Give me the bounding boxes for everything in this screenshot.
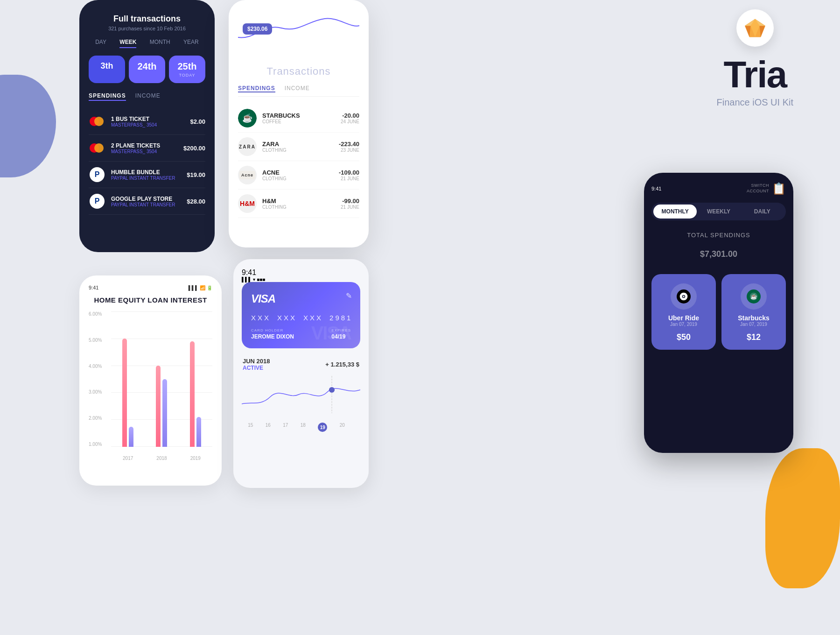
signal-icon: ▌▌▌ — [189, 285, 198, 290]
transaction-item: H&M H&M CLOTHING -99.00 21 JUNE — [238, 190, 359, 218]
period-tabs: MONTHLY WEEKLY DAILY — [651, 203, 786, 220]
transaction-item: P GOOGLE PLAY STORE PAYPAL INSTANT TRANS… — [89, 188, 205, 215]
transaction-name: GOOGLE PLAY STORE — [111, 196, 187, 202]
x-axis-labels: 15 16 17 18 19 20 — [242, 423, 351, 432]
home-equity-card: 9:41 ▌▌▌ 📶 🔋 HOME EQUITY LOAN INTEREST 6… — [79, 275, 222, 486]
dark-status-bar: 9:41 SWITCHACCOUNT 📋 — [651, 182, 786, 195]
transaction-name: ACNE — [262, 169, 339, 176]
battery-icon: 🔋 — [207, 285, 212, 290]
full-transactions-card: Full transactions 321 purchases since 10… — [79, 0, 215, 252]
uber-icon-container — [671, 283, 697, 310]
tab-weekly[interactable]: WEEKLY — [697, 205, 740, 219]
transaction-date: 24 JUNE — [341, 119, 359, 124]
transaction-item: 1 BUS TICKET MASTERPASS_ 3504 $2.00 — [89, 108, 205, 135]
transaction-info: ZARA CLOTHING — [262, 141, 339, 153]
tab-week[interactable]: WEEK — [119, 39, 136, 48]
tab-income[interactable]: INCOME — [135, 92, 161, 101]
transaction-name: 1 BUS TICKET — [111, 116, 190, 122]
card-holder-label: CARD HOLDER — [251, 328, 294, 332]
tab-monthly[interactable]: MONTHLY — [653, 205, 697, 219]
chart-title: Transactions — [238, 65, 359, 78]
wifi-icon: 📶 — [200, 285, 205, 290]
transaction-amount: $19.00 — [187, 171, 205, 178]
switch-account-text: SWITCHACCOUNT — [747, 183, 769, 194]
transaction-amount: -109.00 — [339, 169, 359, 176]
transaction-list: 1 BUS TICKET MASTERPASS_ 3504 $2.00 2 PL… — [89, 108, 205, 215]
tab-spendings[interactable]: SPENDINGS — [89, 92, 126, 101]
tab-income-light[interactable]: INCOME — [285, 85, 310, 92]
tab-month[interactable]: MONTH — [150, 39, 170, 48]
transaction-sub: MASTERPASS_ 3504 — [111, 149, 183, 154]
zara-icon: ZARA — [238, 137, 257, 156]
transaction-sub: MASTERPASS_ 3504 — [111, 122, 190, 127]
bar-purple-2019 — [196, 417, 201, 447]
transaction-name: STARBUCKS — [262, 112, 341, 119]
light-section-tabs: SPENDINGS INCOME — [238, 85, 359, 97]
x-label: 20 — [340, 423, 345, 432]
x-label: 15 — [248, 423, 253, 432]
bar-area — [111, 311, 212, 447]
date-25th[interactable]: 25th TODAY — [169, 56, 205, 83]
tab-day[interactable]: DAY — [95, 39, 106, 48]
date-3th[interactable]: 3th — [89, 56, 125, 83]
transaction-info: GOOGLE PLAY STORE PAYPAL INSTANT TRANSFE… — [111, 196, 187, 207]
decorative-blob-blue — [0, 75, 56, 177]
battery-icon: ■■■ — [257, 277, 265, 282]
y-label: 5.00% — [89, 338, 108, 343]
transaction-item: ☕ STARBUCKS COFFEE -20.00 24 JUNE — [238, 104, 359, 133]
section-tabs: SPENDINGS INCOME — [89, 92, 205, 101]
time-display: 9:41 — [242, 268, 256, 276]
date-24th[interactable]: 24th — [129, 56, 165, 83]
y-label: 6.00% — [89, 311, 108, 317]
date-selector: 3th 24th 25th TODAY — [89, 56, 205, 83]
account-icon[interactable]: 📋 — [772, 182, 786, 195]
sketch-logo — [744, 17, 766, 39]
bar-group-2018 — [145, 311, 178, 447]
card-amount: + 1.215,33 $ — [325, 361, 359, 368]
wifi-icon: ▾ — [253, 277, 255, 282]
x-label-2018: 2018 — [145, 456, 178, 461]
uber-name: Uber Ride — [668, 314, 699, 322]
date-tabs: DAY WEEK MONTH YEAR — [89, 39, 205, 48]
svg-text:☕: ☕ — [750, 293, 757, 300]
card1-subtitle: 321 purchases since 10 Feb 2016 — [89, 26, 205, 31]
tab-year[interactable]: YEAR — [183, 39, 199, 48]
transaction-name: H&M — [262, 198, 341, 205]
tab-spendings-light[interactable]: SPENDINGS — [238, 85, 275, 92]
chart-heading: HOME EQUITY LOAN INTEREST — [89, 296, 212, 304]
mastercard-icon — [89, 140, 105, 156]
card-status: ACTIVE — [243, 365, 270, 371]
starbucks-icon-container: ☕ — [741, 283, 767, 310]
uber-service-card[interactable]: Uber Ride Jan 07, 2019 $50 — [651, 274, 716, 350]
uber-icon — [677, 289, 691, 303]
status-bar: 9:41 ▌▌▌ 📶 🔋 — [89, 285, 212, 290]
transaction-sub: CLOTHING — [262, 148, 339, 153]
visa-screen-info: JUN 2018 ACTIVE + 1.215,33 $ — [242, 358, 360, 371]
tab-daily[interactable]: DAILY — [741, 205, 784, 219]
starbucks-icon: ☕ — [747, 289, 761, 303]
signal-icon: ▌▌▌ — [242, 277, 252, 282]
decorative-blob-yellow — [765, 448, 840, 588]
mastercard-icon — [89, 113, 105, 130]
visa-number: XXXXXXXXX2981 — [251, 314, 351, 322]
svg-point-10 — [683, 296, 684, 297]
edit-icon[interactable]: ✎ — [346, 291, 352, 300]
transaction-name: 2 PLANE TICKETS — [111, 142, 183, 149]
y-label: 2.00% — [89, 416, 108, 421]
starbucks-service-card[interactable]: ☕ Starbucks Jan 07, 2019 $12 — [721, 274, 786, 350]
transaction-date: 23 JUNE — [339, 148, 359, 153]
starbucks-amount: $12 — [747, 332, 761, 342]
app-subtitle: Finance iOS UI Kit — [716, 97, 793, 108]
svg-point-7 — [329, 387, 335, 393]
card-holder-info: CARD HOLDER JEROME DIXON — [251, 328, 294, 340]
status-bar: 9:41 ▌▌▌ ▾ ■■■ — [242, 268, 360, 282]
transaction-info: 2 PLANE TICKETS MASTERPASS_ 3504 — [111, 142, 183, 154]
y-label: 1.00% — [89, 442, 108, 447]
paypal-icon: P — [89, 193, 105, 210]
transaction-date: 21 JUNE — [341, 205, 359, 210]
transaction-info: ACNE CLOTHING — [262, 169, 339, 181]
bar-purple-2018 — [162, 379, 167, 447]
transaction-right: -109.00 21 JUNE — [339, 169, 359, 181]
visa-card: VISA ✎ XXXXXXXXX2981 CARD HOLDER JEROME … — [242, 282, 360, 348]
visa-watermark: VISA — [311, 323, 351, 344]
